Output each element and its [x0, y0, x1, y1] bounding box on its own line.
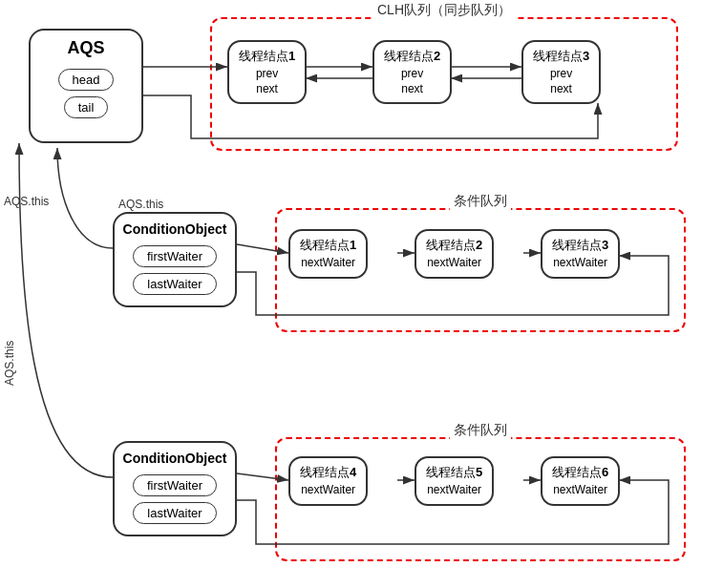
aqs-box: AQS head tail [29, 29, 143, 143]
clh-node-1: 线程结点1 prev next [227, 40, 307, 104]
cond1-node-2: 线程结点2 nextWaiter [415, 229, 494, 279]
tail-label: tail [64, 96, 109, 118]
aqs-title: AQS [67, 38, 104, 58]
cond-obj-2-firstwaiter: firstWaiter [133, 474, 217, 496]
cond1-node-3: 线程结点3 nextWaiter [541, 229, 620, 279]
cond-obj-1-lastwaiter: lastWaiter [133, 273, 216, 295]
aqs-this-label-2: AQS.this [3, 341, 16, 386]
clh-title: CLH队列（同步队列） [373, 2, 515, 19]
cond2-node-2: 线程结点5 nextWaiter [415, 456, 494, 506]
aqs-this-label-middle: AQS.this [118, 198, 163, 211]
condition-object-2: ConditionObject firstWaiter lastWaiter [113, 441, 237, 536]
cond1-node-1: 线程结点1 nextWaiter [288, 229, 368, 279]
diagram: AQS head tail CLH队列（同步队列） 线程结点1 prev nex… [0, 0, 723, 588]
cond-queue-1-title: 条件队列 [450, 193, 511, 210]
cond-obj-2-title: ConditionObject [123, 451, 227, 466]
clh-node-3: 线程结点3 prev next [521, 40, 601, 104]
cond2-node-1: 线程结点4 nextWaiter [288, 456, 368, 506]
cond-obj-1-title: ConditionObject [123, 221, 227, 237]
cond-obj-1-firstwaiter: firstWaiter [133, 245, 217, 267]
cond-queue-2-title: 条件队列 [450, 422, 511, 439]
clh-node-2: 线程结点2 prev next [372, 40, 452, 104]
condition-object-1: ConditionObject firstWaiter lastWaiter [113, 212, 237, 307]
head-label: head [58, 69, 115, 91]
aqs-this-label-1: AQS.this [4, 195, 49, 208]
cond2-node-3: 线程结点6 nextWaiter [541, 456, 620, 506]
cond-obj-2-lastwaiter: lastWaiter [133, 502, 216, 524]
